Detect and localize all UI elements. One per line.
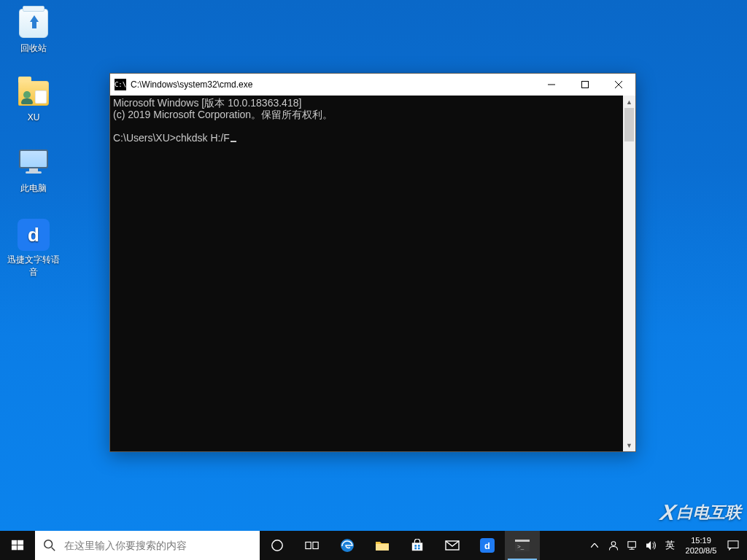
svg-rect-1 (582, 82, 589, 88)
tray-network-icon[interactable] (623, 540, 642, 551)
cortana-icon (270, 538, 285, 553)
svg-rect-28 (728, 541, 738, 548)
console-input: chkdsk H:/F (176, 132, 230, 144)
taskbar-search[interactable] (35, 531, 260, 560)
tray-people-icon[interactable] (604, 540, 623, 551)
action-center-button[interactable] (724, 540, 743, 551)
svg-rect-7 (18, 545, 23, 550)
svg-rect-17 (418, 545, 420, 547)
clock-time: 15:19 (678, 535, 724, 545)
cmd-icon: C:\ (115, 79, 126, 90)
xunjie-taskbar-icon: d (480, 538, 495, 553)
task-view-button[interactable] (295, 531, 330, 560)
taskbar-app-edge[interactable] (330, 531, 365, 560)
taskbar-clock[interactable]: 15:19 2020/8/5 (678, 535, 724, 556)
system-tray: 英 15:19 2020/8/5 (585, 531, 747, 560)
desktop-icon-xunjie-tts[interactable]: d 迅捷文字转语 音 (6, 217, 61, 279)
console-output[interactable]: Microsoft Windows [版本 10.0.18363.418] (c… (110, 96, 623, 451)
search-input[interactable] (64, 531, 260, 560)
clock-date: 2020/8/5 (678, 545, 724, 556)
taskbar-app-xunjie[interactable]: d (470, 531, 505, 560)
cortana-button[interactable] (260, 531, 295, 560)
console-line: (c) 2019 Microsoft Corporation。保留所有权利。 (113, 109, 333, 120)
taskbar-app-cmd[interactable]: >_ (505, 531, 540, 560)
vertical-scrollbar[interactable]: ▲ ▼ (623, 96, 635, 451)
svg-rect-25 (628, 542, 636, 548)
svg-rect-14 (376, 544, 389, 551)
svg-rect-5 (18, 540, 23, 545)
svg-point-24 (611, 542, 616, 546)
recycle-bin-icon (19, 9, 48, 38)
taskbar-app-mail[interactable] (435, 531, 470, 560)
taskbar[interactable]: d >_ 英 15:19 2020/8/5 (0, 531, 747, 560)
cmd-window[interactable]: C:\ C:\Windows\system32\cmd.exe Microsof… (109, 73, 636, 452)
desktop-icon-recycle-bin[interactable]: 回收站 (6, 6, 61, 55)
tray-overflow-button[interactable] (585, 543, 604, 548)
window-title: C:\Windows\system32\cmd.exe (131, 79, 535, 90)
minimize-button[interactable] (535, 74, 568, 96)
maximize-button[interactable] (568, 74, 602, 96)
svg-rect-18 (414, 548, 417, 550)
desktop-icon-label: 回收站 (6, 42, 61, 55)
scroll-thumb[interactable] (624, 108, 634, 141)
watermark: X白电互联 (661, 500, 741, 525)
svg-line-9 (52, 548, 55, 551)
svg-rect-19 (418, 548, 420, 550)
desktop-icon-label: XU (6, 112, 61, 122)
mail-icon (445, 538, 460, 553)
desktop-icon-xu-folder[interactable]: XU (6, 76, 61, 122)
scroll-up-button[interactable]: ▲ (623, 96, 635, 108)
close-button[interactable] (602, 74, 635, 96)
taskbar-app-explorer[interactable] (365, 531, 400, 560)
edge-icon (340, 538, 355, 553)
window-titlebar[interactable]: C:\ C:\Windows\system32\cmd.exe (110, 74, 635, 96)
windows-logo-icon (10, 538, 25, 553)
desktop-icon-label: 此电脑 (6, 182, 61, 195)
svg-point-8 (44, 540, 53, 548)
console-line: Microsoft Windows [版本 10.0.18363.418] (113, 97, 301, 109)
ime-indicator[interactable]: 英 (661, 539, 678, 552)
desktop[interactable]: 回收站 XU 此电脑 d 迅捷文字转语 音 X白电互联 C:\ C:\Windo… (0, 0, 747, 560)
svg-rect-22 (515, 540, 530, 542)
scroll-down-button[interactable]: ▼ (623, 439, 635, 451)
svg-point-10 (272, 540, 282, 551)
desktop-icon-label: 迅捷文字转语 音 (6, 254, 61, 279)
cmd-taskbar-icon: >_ (515, 538, 530, 553)
svg-rect-6 (12, 545, 17, 550)
console-prompt: C:\Users\XU> (113, 132, 176, 144)
store-icon (410, 538, 425, 553)
taskbar-app-store[interactable] (400, 531, 435, 560)
xunjie-app-icon: d (18, 219, 50, 251)
start-button[interactable] (0, 531, 35, 560)
svg-rect-16 (414, 545, 417, 547)
svg-rect-11 (306, 542, 311, 548)
scroll-track[interactable] (623, 108, 635, 439)
svg-rect-12 (313, 542, 318, 548)
file-explorer-icon (375, 538, 390, 553)
search-icon (35, 539, 64, 552)
computer-icon (18, 149, 50, 177)
task-view-icon (305, 538, 320, 553)
desktop-icon-this-pc[interactable]: 此电脑 (6, 146, 61, 195)
svg-text:>_: >_ (517, 543, 525, 550)
svg-rect-15 (412, 542, 422, 551)
svg-rect-4 (12, 540, 17, 545)
folder-icon (18, 81, 49, 106)
tray-volume-icon[interactable] (642, 540, 661, 551)
cursor-icon (231, 141, 236, 142)
